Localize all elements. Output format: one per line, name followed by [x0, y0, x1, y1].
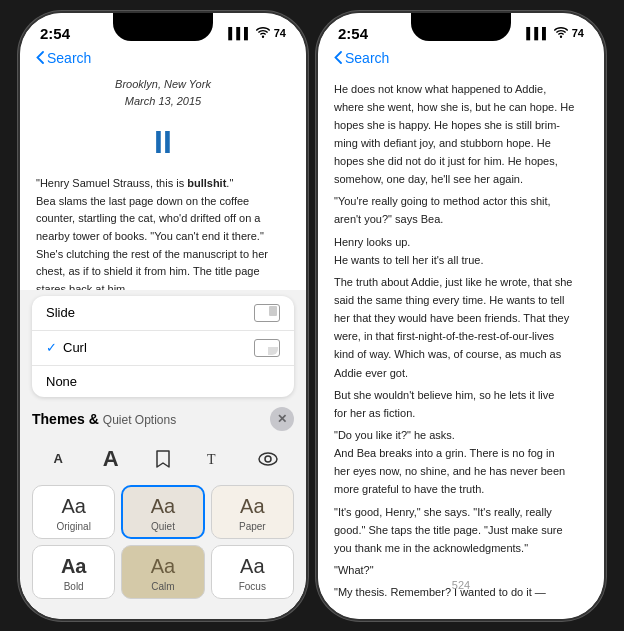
theme-label-calm: Calm: [151, 581, 174, 592]
book-date: March 13, 2015: [36, 93, 290, 110]
back-button-left[interactable]: Search: [36, 50, 91, 66]
book-location: Brooklyn, New York: [36, 76, 290, 93]
svg-point-2: [265, 456, 271, 462]
eye-button[interactable]: [250, 441, 286, 477]
back-button-right[interactable]: Search: [334, 50, 389, 66]
left-phone: 2:54 ▌▌▌ 74 Search Brookl: [18, 11, 308, 621]
themes-label: Themes & Quiet Options: [32, 410, 176, 428]
theme-aa-focus: Aa: [240, 555, 264, 578]
bookmark-button[interactable]: [145, 441, 181, 477]
right-screen: 2:54 ▌▌▌ 74 Search He does not know: [318, 13, 604, 619]
status-time-left: 2:54: [40, 25, 70, 42]
theme-label-quiet: Quiet: [151, 521, 175, 532]
curl-label: Curl: [63, 340, 87, 355]
theme-paper[interactable]: Aa Paper: [211, 485, 294, 539]
theme-aa-bold: Aa: [61, 555, 87, 578]
slide-label: Slide: [46, 305, 75, 320]
curl-icon: [254, 339, 280, 357]
svg-text:T: T: [207, 452, 216, 467]
back-label-right: Search: [345, 50, 389, 66]
wifi-icon-left: [256, 27, 270, 40]
signal-icon-left: ▌▌▌: [228, 27, 251, 39]
theme-label-paper: Paper: [239, 521, 266, 532]
bottom-panel: Slide ✓ Curl: [20, 290, 306, 619]
status-icons-right: ▌▌▌ 74: [526, 27, 584, 40]
theme-focus[interactable]: Aa Focus: [211, 545, 294, 599]
theme-quiet[interactable]: Aa Quiet: [121, 485, 204, 539]
theme-aa-paper: Aa: [240, 495, 264, 518]
wifi-icon-right: [554, 27, 568, 40]
status-time-right: 2:54: [338, 25, 368, 42]
theme-bold[interactable]: Aa Bold: [32, 545, 115, 599]
battery-icon-left: 74: [274, 27, 286, 39]
right-phone: 2:54 ▌▌▌ 74 Search He does not know: [316, 11, 606, 621]
quiet-options-text: Quiet Options: [103, 413, 176, 427]
nav-bar-right[interactable]: Search: [318, 46, 604, 72]
chapter-number: II: [36, 118, 290, 168]
theme-aa-calm: Aa: [151, 555, 175, 578]
themes-row: Themes & Quiet Options ✕: [32, 403, 294, 437]
notch-right: [411, 13, 511, 41]
toolbar-row: A A T: [32, 437, 294, 485]
battery-icon-right: 74: [572, 27, 584, 39]
slide-icon: [254, 304, 280, 322]
theme-label-bold: Bold: [64, 581, 84, 592]
slide-options: Slide ✓ Curl: [32, 296, 294, 397]
font-large-button[interactable]: A: [93, 441, 129, 477]
theme-label-focus: Focus: [239, 581, 266, 592]
slide-option-none[interactable]: None: [32, 366, 294, 397]
theme-original[interactable]: Aa Original: [32, 485, 115, 539]
status-icons-left: ▌▌▌ 74: [228, 27, 286, 40]
left-screen: 2:54 ▌▌▌ 74 Search Brookl: [20, 13, 306, 619]
theme-aa-original: Aa: [61, 495, 85, 518]
back-label-left: Search: [47, 50, 91, 66]
theme-aa-quiet: Aa: [151, 495, 175, 518]
themes-text: Themes &: [32, 411, 103, 427]
close-button[interactable]: ✕: [270, 407, 294, 431]
svg-point-1: [259, 453, 277, 465]
text-format-button[interactable]: T: [197, 441, 233, 477]
notch: [113, 13, 213, 41]
book-header: Brooklyn, New York March 13, 2015: [36, 76, 290, 110]
check-icon: ✓: [46, 340, 57, 355]
nav-bar-left[interactable]: Search: [20, 46, 306, 72]
slide-option-curl[interactable]: ✓ Curl: [32, 331, 294, 366]
page-number: 524: [452, 579, 470, 591]
theme-grid: Aa Original Aa Quiet Aa Paper Aa Bold: [32, 485, 294, 599]
slide-option-slide[interactable]: Slide: [32, 296, 294, 331]
theme-calm[interactable]: Aa Calm: [121, 545, 204, 599]
theme-label-original: Original: [56, 521, 90, 532]
book-content-right: He does not know what happened to Addie,…: [318, 72, 604, 598]
font-small-button[interactable]: A: [40, 441, 76, 477]
none-label: None: [46, 374, 77, 389]
signal-icon-right: ▌▌▌: [526, 27, 549, 39]
